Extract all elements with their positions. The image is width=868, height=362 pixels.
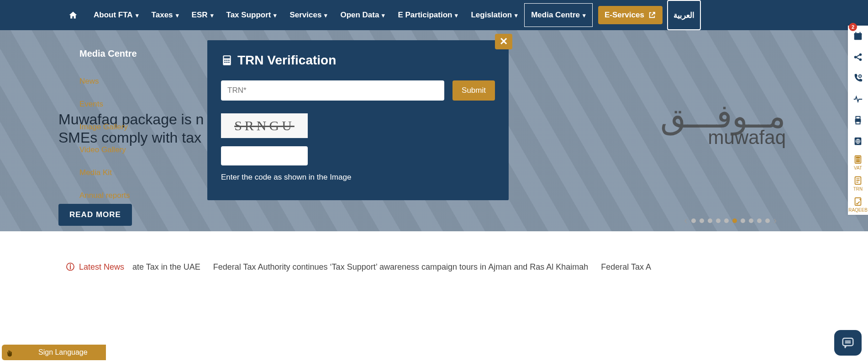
svg-line-15 bbox=[857, 55, 859, 57]
trn-input[interactable] bbox=[221, 80, 444, 101]
muwafaq-arabic: مــوفـــق bbox=[660, 103, 786, 130]
svg-point-3 bbox=[226, 60, 228, 61]
home-icon[interactable] bbox=[62, 0, 87, 30]
svg-line-16 bbox=[857, 58, 859, 59]
svg-rect-10 bbox=[856, 32, 857, 34]
modal-title-text: TRN Verification bbox=[237, 53, 336, 68]
carousel-dot[interactable] bbox=[700, 218, 704, 223]
chevron-down-icon: ▾ bbox=[136, 12, 139, 19]
svg-point-25 bbox=[856, 160, 857, 160]
external-link-icon bbox=[648, 11, 656, 19]
read-more-button[interactable]: READ MORE bbox=[58, 204, 132, 226]
carousel-dot[interactable] bbox=[749, 218, 753, 223]
chevron-down-icon: ▾ bbox=[176, 12, 179, 19]
side-rail: 2 VAT TRN RAQEEB bbox=[848, 26, 868, 215]
carousel-next-icon[interactable]: › bbox=[773, 215, 777, 227]
chevron-down-icon: ▾ bbox=[515, 12, 518, 19]
svg-point-7 bbox=[228, 62, 230, 63]
svg-rect-19 bbox=[856, 117, 860, 119]
rail-raqeeb[interactable]: RAQEEB bbox=[848, 194, 868, 215]
modal-title: TRN Verification bbox=[221, 53, 495, 68]
captcha-instruction: Enter the code as shown in the Image bbox=[221, 173, 495, 182]
media-centre-dropdown: Media Centre News Events Image Gallery V… bbox=[58, 30, 200, 207]
carousel-dot[interactable] bbox=[708, 218, 712, 223]
rail-trn-label: TRN bbox=[853, 186, 863, 192]
svg-point-13 bbox=[859, 53, 862, 56]
rail-phone[interactable] bbox=[848, 68, 868, 89]
nav-label: About FTA bbox=[94, 11, 133, 20]
dropdown-item-image-gallery[interactable]: Image Gallery bbox=[79, 116, 179, 138]
nav-tax-support[interactable]: Tax Support▾ bbox=[220, 0, 284, 30]
svg-rect-20 bbox=[856, 122, 860, 124]
captcha-input[interactable] bbox=[221, 146, 308, 165]
dropdown-item-media-kit[interactable]: Media Kit bbox=[79, 161, 179, 184]
chevron-down-icon: ▾ bbox=[382, 12, 385, 19]
carousel-dot[interactable] bbox=[724, 218, 729, 223]
close-button[interactable]: ✕ bbox=[495, 34, 512, 49]
svg-point-30 bbox=[859, 161, 860, 162]
muwafaq-logo: مــوفـــق muwafaq bbox=[660, 103, 786, 145]
nav-label: Tax Support bbox=[226, 11, 271, 20]
eservices-button[interactable]: E-Services bbox=[598, 6, 663, 24]
carousel-dot[interactable] bbox=[691, 218, 696, 223]
rail-calendar[interactable]: 2 bbox=[848, 26, 868, 47]
chevron-down-icon: ▾ bbox=[324, 12, 327, 19]
sign-language-icon bbox=[2, 345, 20, 360]
nav-media-centre[interactable]: Media Centre▾ bbox=[524, 3, 593, 27]
carousel-dot[interactable] bbox=[716, 218, 721, 223]
nav-label: Media Centre bbox=[531, 11, 580, 20]
calculator-icon bbox=[221, 54, 233, 66]
news-ticker[interactable]: ate Tax in the UAE Federal Tax Authority… bbox=[132, 262, 651, 272]
eservices-label: E-Services bbox=[605, 11, 644, 20]
rail-share[interactable] bbox=[848, 47, 868, 68]
carousel-dot[interactable] bbox=[757, 218, 762, 223]
svg-rect-36 bbox=[843, 338, 853, 346]
sign-language-label: Sign Language bbox=[20, 345, 106, 360]
rail-vat-label: VAT bbox=[854, 165, 862, 170]
svg-point-5 bbox=[224, 62, 226, 63]
nav-e-participation[interactable]: E Participation▾ bbox=[391, 0, 464, 30]
svg-point-29 bbox=[857, 161, 858, 162]
main-navbar: About FTA▾ Taxes▾ ESR▾ Tax Support▾ Serv… bbox=[0, 0, 868, 30]
rail-trn[interactable]: TRN bbox=[848, 173, 868, 194]
nav-esr[interactable]: ESR▾ bbox=[185, 0, 220, 30]
trn-verification-modal: ✕ TRN Verification Submit SRNGU Enter th… bbox=[207, 40, 509, 200]
submit-button[interactable]: Submit bbox=[452, 80, 495, 101]
svg-point-26 bbox=[857, 160, 858, 160]
nav-legislation[interactable]: Legislation▾ bbox=[464, 0, 524, 30]
rail-print[interactable] bbox=[848, 110, 868, 131]
nav-services[interactable]: Services▾ bbox=[283, 0, 334, 30]
chat-button[interactable] bbox=[834, 330, 862, 356]
dropdown-item-video-gallery[interactable]: Video Gallery bbox=[79, 138, 179, 161]
carousel-dot-active[interactable] bbox=[732, 218, 737, 223]
nav-label: Open Data bbox=[340, 11, 379, 20]
carousel-prev-icon[interactable]: ‹ bbox=[684, 215, 687, 227]
rail-pulse[interactable] bbox=[848, 89, 868, 110]
dropdown-item-annual-reports[interactable]: Annual reports bbox=[79, 184, 179, 207]
svg-rect-11 bbox=[860, 32, 861, 34]
sign-language-button[interactable]: Sign Language bbox=[2, 345, 106, 360]
svg-rect-24 bbox=[856, 157, 859, 158]
svg-point-12 bbox=[854, 56, 857, 59]
nav-taxes[interactable]: Taxes▾ bbox=[145, 0, 185, 30]
dropdown-item-news[interactable]: News bbox=[79, 70, 179, 93]
carousel-dot[interactable] bbox=[765, 218, 770, 223]
rail-atlas[interactable] bbox=[848, 131, 868, 152]
chevron-down-icon: ▾ bbox=[274, 12, 277, 19]
nav-about-fta[interactable]: About FTA▾ bbox=[87, 0, 145, 30]
carousel-dot[interactable] bbox=[741, 218, 745, 223]
nav-label: E Participation bbox=[398, 11, 452, 20]
svg-point-2 bbox=[224, 60, 226, 61]
chevron-down-icon: ▾ bbox=[583, 12, 586, 19]
dropdown-item-events[interactable]: Events bbox=[79, 93, 179, 116]
language-arabic-button[interactable]: العربية bbox=[667, 0, 701, 30]
nav-label: ESR bbox=[192, 11, 208, 20]
svg-rect-1 bbox=[224, 56, 230, 58]
carousel-nav: ‹ › bbox=[684, 215, 777, 227]
svg-point-6 bbox=[226, 62, 228, 63]
nav-open-data[interactable]: Open Data▾ bbox=[334, 0, 391, 30]
svg-point-17 bbox=[859, 75, 862, 78]
rail-raqeeb-label: RAQEEB bbox=[848, 208, 868, 213]
latest-news-bar: ⓘ Latest News ate Tax in the UAE Federal… bbox=[0, 261, 868, 272]
rail-vat[interactable]: VAT bbox=[848, 152, 868, 173]
